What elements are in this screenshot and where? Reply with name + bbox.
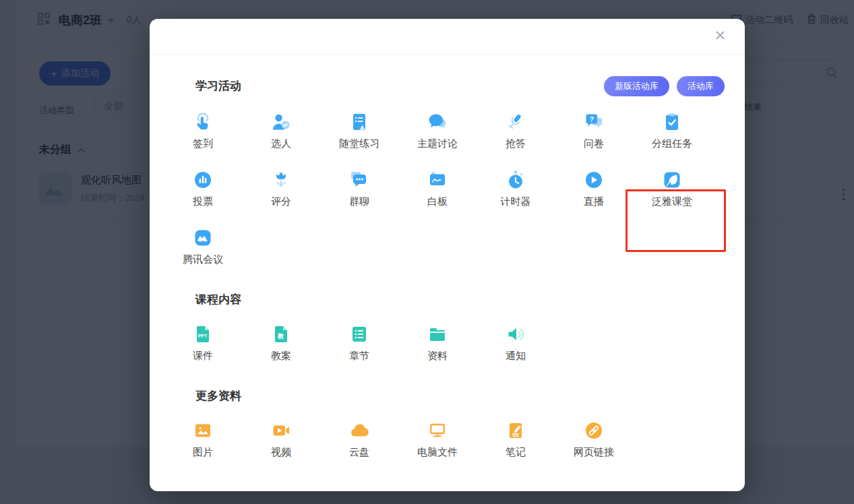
- pick-person-icon: [270, 111, 292, 133]
- grid-item-label: 通知: [506, 350, 526, 362]
- grid-item-label: 章节: [349, 350, 369, 362]
- grid-item-discussion[interactable]: 主题讨论: [398, 111, 477, 150]
- grid-item-label: 分组任务: [652, 137, 692, 150]
- svg-text:PPT: PPT: [198, 334, 208, 338]
- rush-answer-icon: [505, 111, 526, 133]
- rating-icon: [270, 169, 292, 191]
- grid-item-label: 抢答: [506, 137, 526, 150]
- course-content-grid: PPT课件教教案章节资料通知: [164, 323, 716, 381]
- grid-item-live[interactable]: 直播: [555, 169, 633, 208]
- grid-item-label: 群聊: [349, 195, 369, 208]
- grid-item-label: 泛雅课堂: [652, 195, 692, 208]
- whiteboard-icon: [427, 169, 448, 191]
- grid-item-rating[interactable]: 评分: [242, 169, 320, 208]
- grid-item-label: 腾讯会议: [183, 253, 223, 265]
- grid-item-label: 直播: [584, 195, 604, 208]
- grid-item-group-chat[interactable]: 群聊: [320, 169, 398, 208]
- survey-icon: ?: [583, 111, 605, 133]
- quiz-icon: A: [348, 111, 370, 133]
- tencent-meeting-icon: [192, 227, 214, 249]
- grid-item-note[interactable]: 笔记: [477, 420, 555, 458]
- grid-item-web-link[interactable]: 网页链接: [555, 420, 633, 458]
- web-link-icon: [583, 420, 605, 441]
- grid-item-pick-person[interactable]: 选人: [242, 111, 320, 150]
- grid-item-courseware[interactable]: PPT课件: [164, 323, 242, 362]
- grid-item-label: 视频: [271, 446, 291, 458]
- group-task-icon: [661, 111, 683, 133]
- grid-item-group-task[interactable]: 分组任务: [633, 111, 711, 150]
- activity-library-button[interactable]: 活动库: [677, 76, 725, 96]
- svg-text:?: ?: [590, 116, 594, 123]
- svg-text:教: 教: [277, 333, 284, 340]
- grid-item-label: 主题讨论: [417, 137, 458, 150]
- svg-text:A: A: [361, 125, 364, 130]
- grid-item-label: 教案: [271, 350, 291, 362]
- modal-body: 新版活动库 活动库 学习活动 签到选人A随堂练习主题讨论抢答?问卷分组任务投票评…: [150, 55, 745, 478]
- more-materials-grid: 图片视频云盘电脑文件笔记网页链接: [164, 420, 716, 478]
- add-activity-modal: ✕ 新版活动库 活动库 学习活动 签到选人A随堂练习主题讨论抢答?问卷分组任务投…: [150, 19, 745, 491]
- grid-item-label: 网页链接: [574, 446, 614, 458]
- grid-item-label: 白板: [427, 195, 448, 208]
- grid-item-vote[interactable]: 投票: [164, 169, 242, 208]
- notice-icon: [505, 323, 526, 345]
- grid-item-label: 投票: [193, 195, 213, 208]
- grid-item-label: 资料: [427, 350, 448, 362]
- cloud-disk-icon: [348, 420, 370, 441]
- grid-item-label: 评分: [271, 195, 291, 208]
- grid-item-label: 图片: [193, 446, 213, 458]
- material-icon: [427, 323, 448, 345]
- video-icon: [270, 420, 292, 441]
- grid-item-quiz[interactable]: A随堂练习: [320, 111, 398, 150]
- grid-item-label: 课件: [193, 350, 213, 362]
- vote-icon: [192, 169, 214, 191]
- timer-icon: [505, 169, 526, 191]
- grid-item-image[interactable]: 图片: [164, 420, 242, 458]
- fanya-class-icon: [661, 169, 683, 191]
- grid-item-notice[interactable]: 通知: [477, 323, 555, 362]
- computer-file-icon: [427, 420, 448, 441]
- group-chat-icon: [348, 169, 370, 191]
- live-icon: [583, 169, 605, 191]
- grid-item-tencent-meeting[interactable]: 腾讯会议: [164, 227, 242, 265]
- grid-item-label: 笔记: [506, 446, 526, 458]
- grid-item-sign-in[interactable]: 签到: [164, 111, 242, 150]
- grid-item-chapter[interactable]: 章节: [320, 323, 398, 362]
- grid-item-label: 云盘: [349, 446, 369, 458]
- modal-header: ✕: [150, 19, 745, 55]
- page: 电商2班 0人 活动二维码 回收站 + 添加活动 活动类型 全部 结束: [0, 0, 854, 504]
- new-activity-library-button[interactable]: 新版活动库: [604, 76, 669, 96]
- courseware-icon: PPT: [192, 323, 214, 345]
- chapter-icon: [348, 323, 370, 345]
- grid-item-lesson-plan[interactable]: 教教案: [242, 323, 320, 362]
- grid-item-video[interactable]: 视频: [242, 420, 320, 458]
- grid-item-label: 计时器: [501, 195, 531, 208]
- grid-item-material[interactable]: 资料: [398, 323, 477, 362]
- discussion-icon: [427, 111, 448, 133]
- grid-item-whiteboard[interactable]: 白板: [398, 169, 477, 208]
- grid-item-label: 随堂练习: [339, 137, 379, 150]
- note-icon: [505, 420, 526, 441]
- grid-item-computer-file[interactable]: 电脑文件: [398, 420, 477, 458]
- grid-item-label: 问卷: [584, 137, 604, 150]
- grid-item-cloud-disk[interactable]: 云盘: [320, 420, 398, 458]
- section-title-more-materials: 更多资料: [195, 389, 725, 403]
- grid-item-fanya-class[interactable]: 泛雅课堂: [633, 169, 711, 208]
- image-icon: [192, 420, 214, 441]
- section-title-course-content: 课程内容: [195, 293, 725, 307]
- sign-in-icon: [192, 111, 214, 133]
- grid-item-rush-answer[interactable]: 抢答: [477, 111, 555, 150]
- lesson-plan-icon: 教: [270, 323, 292, 345]
- learning-activities-grid: 签到选人A随堂练习主题讨论抢答?问卷分组任务投票评分群聊白板计时器直播泛雅课堂腾…: [164, 111, 716, 285]
- grid-item-timer[interactable]: 计时器: [477, 169, 555, 208]
- grid-item-label: 选人: [271, 137, 291, 150]
- grid-item-survey[interactable]: ?问卷: [555, 111, 633, 150]
- library-buttons: 新版活动库 活动库: [604, 76, 725, 96]
- grid-item-label: 电脑文件: [417, 446, 458, 458]
- grid-item-label: 签到: [193, 137, 213, 150]
- close-icon[interactable]: ✕: [714, 28, 726, 42]
